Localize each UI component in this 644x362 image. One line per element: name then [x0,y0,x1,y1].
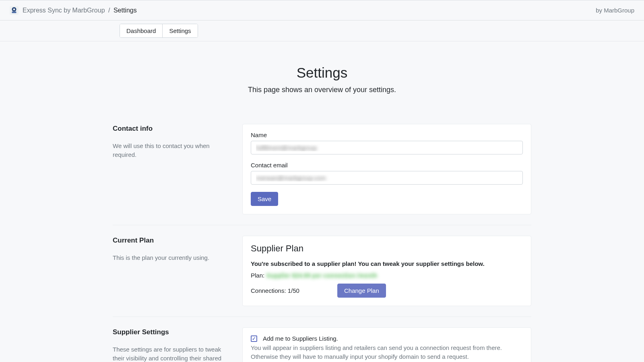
contact-heading: Contact info [113,125,234,133]
content: Contact info We will use this to contact… [113,113,531,362]
breadcrumb-current: Settings [114,7,137,14]
page-title: Settings [0,65,644,81]
section-plan: Current Plan This is the plan your curre… [113,225,531,317]
connections-value: 1/50 [288,287,299,294]
breadcrumb-app[interactable]: Express Sync by MarbGroup [23,7,105,14]
email-input[interactable] [251,171,523,185]
svg-point-2 [13,8,15,10]
plan-desc: This is the plan your currently using. [113,253,234,262]
plan-title: Supplier Plan [251,243,523,254]
svg-rect-1 [12,11,17,13]
supplier-listing-checkbox[interactable]: ✓ [251,335,257,342]
tab-group: Dashboard Settings [120,24,198,38]
name-input[interactable] [251,141,523,154]
tabbar: Dashboard Settings [0,21,644,41]
plan-value: Supplier $24.99 per connection /month [266,272,377,279]
page: Settings This page shows an overview of … [0,41,644,362]
section-plan-left: Current Plan This is the plan your curre… [113,236,242,306]
section-contact: Contact info We will use this to contact… [113,113,531,225]
section-supplier: Supplier Settings These settings are for… [113,317,531,362]
plan-heading: Current Plan [113,237,234,245]
breadcrumb: Express Sync by MarbGroup / Settings [23,7,137,14]
email-label: Contact email [251,162,523,169]
name-label: Name [251,132,523,138]
breadcrumb-sep: / [108,7,110,14]
topbar: Express Sync by MarbGroup / Settings by … [0,0,644,21]
byline: by MarbGroup [596,7,634,14]
change-plan-button[interactable]: Change Plan [337,284,386,298]
contact-card: Name Contact email Save [242,124,531,214]
page-head: Settings This page shows an overview of … [0,65,644,94]
supplier-chk-help: You will appear in suppliers listing and… [251,343,523,361]
plan-row-connections: Connections: 1/50 Change Plan [251,284,523,298]
supplier-heading: Supplier Settings [113,328,234,336]
section-supplier-left: Supplier Settings These settings are for… [113,327,242,362]
plan-label: Plan: [251,272,264,279]
supplier-checkbox-row: ✓ Add me to Suppliers Listing. [251,335,523,342]
topbar-left: Express Sync by MarbGroup / Settings [10,6,137,15]
contact-desc: We will use this to contact you when req… [113,142,234,159]
supplier-chk-label: Add me to Suppliers Listing. [263,335,338,342]
supplier-card: ✓ Add me to Suppliers Listing. You will … [242,327,531,362]
tab-settings[interactable]: Settings [162,24,197,37]
app-logo-icon [10,6,19,15]
page-subtitle: This page shows an overview of your sett… [0,86,644,94]
plan-card: Supplier Plan You're subscribed to a sup… [242,236,531,306]
connections-label: Connections: [251,287,286,294]
plan-row-plan: Plan: Supplier $24.99 per connection /mo… [251,272,523,279]
save-button[interactable]: Save [251,192,278,206]
tab-dashboard[interactable]: Dashboard [120,24,162,37]
supplier-desc: These settings are for suppliers to twea… [113,345,234,362]
section-contact-left: Contact info We will use this to contact… [113,124,242,214]
plan-subscribed: You're subscribed to a supplier plan! Yo… [251,260,523,267]
